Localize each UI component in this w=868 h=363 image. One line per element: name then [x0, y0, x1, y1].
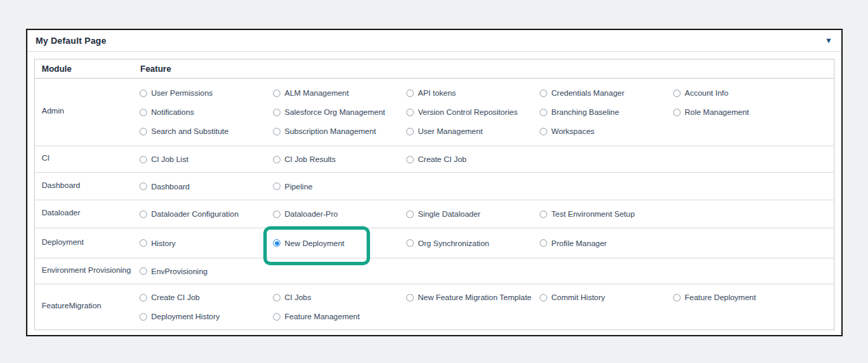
radio-button-icon[interactable] — [273, 294, 280, 301]
radio-button-icon[interactable] — [540, 239, 547, 247]
radio-button-icon[interactable] — [406, 239, 414, 247]
feature-option[interactable]: Dataloader-Pro — [270, 204, 404, 224]
feature-option[interactable]: Feature Management — [270, 307, 404, 326]
feature-label: EnvProvisioning — [151, 267, 207, 275]
radio-button-icon[interactable] — [406, 109, 414, 116]
radio-button-icon[interactable] — [540, 211, 547, 218]
panel-header: My Default Page ▼ — [27, 30, 841, 52]
table-row: Dataloader Dataloader Configuration Data… — [35, 200, 834, 228]
feature-option[interactable]: CI Job List — [137, 150, 270, 169]
radio-button-icon[interactable] — [273, 313, 280, 321]
radio-button-icon[interactable] — [140, 109, 147, 116]
feature-label: Role Management — [685, 108, 749, 116]
feature-option[interactable]: ALM Management — [270, 83, 404, 103]
feature-label: CI Job List — [151, 155, 188, 163]
feature-label: CI Jobs — [285, 293, 311, 301]
feature-option[interactable]: Dataloader Configuration — [137, 204, 270, 224]
radio-button-icon[interactable] — [273, 156, 280, 163]
feature-option[interactable]: Branching Baseline — [537, 103, 670, 122]
module-column-header: Module — [35, 64, 137, 74]
radio-button-icon[interactable] — [540, 90, 547, 97]
radio-button-icon[interactable] — [540, 294, 547, 301]
radio-button-icon[interactable] — [140, 267, 147, 275]
radio-button-icon[interactable] — [273, 109, 280, 116]
my-default-page-panel: My Default Page ▼ Module Feature Admin U… — [26, 29, 843, 336]
feature-option[interactable]: User Management — [404, 122, 537, 141]
feature-option[interactable]: Single Dataloader — [404, 204, 537, 224]
radio-button-icon[interactable] — [273, 90, 280, 97]
module-feature-table: Module Feature Admin User Permissions AL… — [34, 59, 834, 330]
feature-option[interactable]: Pipeline — [270, 177, 404, 196]
table-row: Dashboard Dashboard Pipeline — [35, 173, 834, 200]
radio-button-icon[interactable] — [406, 128, 414, 135]
feature-option[interactable]: Feature Deployment — [670, 288, 804, 307]
feature-option[interactable]: Commit History — [537, 288, 670, 307]
radio-button-icon[interactable] — [140, 128, 147, 135]
feature-label: User Permissions — [151, 89, 213, 97]
feature-label: Version Control Repositories — [418, 108, 518, 116]
radio-button-icon[interactable] — [406, 90, 414, 97]
radio-button-icon[interactable] — [673, 90, 681, 97]
feature-option[interactable]: Version Control Repositories — [404, 103, 537, 122]
radio-button-icon[interactable] — [140, 239, 147, 247]
table-row: FeatureMigration Create CI Job CI Jobs N… — [35, 284, 834, 330]
feature-label: Test Environment Setup — [551, 210, 635, 218]
feature-option[interactable]: Credentials Manager — [537, 83, 670, 103]
feature-option[interactable]: Account Info — [670, 83, 804, 103]
feature-option[interactable]: Deployment History — [137, 307, 270, 326]
feature-option[interactable]: New Feature Migration Template — [404, 288, 537, 307]
feature-option[interactable]: Search and Substitute — [137, 122, 270, 141]
module-label: Admin — [35, 79, 137, 146]
collapse-chevron-icon[interactable]: ▼ — [825, 37, 832, 44]
radio-button-icon[interactable] — [406, 156, 414, 163]
radio-button-icon[interactable] — [673, 109, 681, 116]
feature-option[interactable]: Dashboard — [137, 177, 270, 196]
feature-option[interactable]: Create CI Job — [404, 150, 537, 169]
feature-label: Deployment History — [151, 312, 220, 321]
feature-option[interactable]: Test Environment Setup — [537, 204, 670, 224]
feature-option[interactable]: CI Job Results — [270, 150, 404, 169]
feature-column-header: Feature — [137, 64, 834, 74]
feature-option[interactable]: API tokens — [404, 83, 537, 103]
feature-option[interactable]: Salesforce Org Management — [270, 103, 404, 122]
feature-option[interactable]: Profile Manager — [537, 234, 670, 253]
feature-option[interactable]: User Permissions — [137, 83, 270, 103]
radio-button-icon[interactable] — [273, 183, 280, 190]
radio-button-icon[interactable] — [273, 128, 280, 135]
feature-option[interactable]: Subscription Management — [270, 122, 404, 141]
feature-label: Salesforce Org Management — [285, 108, 385, 116]
module-label: Dashboard — [35, 173, 137, 200]
radio-button-icon[interactable] — [273, 239, 280, 247]
feature-option[interactable]: History — [137, 234, 270, 253]
feature-option[interactable]: Create CI Job — [137, 288, 270, 307]
feature-option[interactable]: Workspaces — [537, 122, 670, 141]
feature-option[interactable]: New Deployment — [270, 234, 404, 253]
radio-button-icon[interactable] — [140, 313, 147, 321]
radio-button-icon[interactable] — [140, 156, 147, 163]
feature-option[interactable]: Notifications — [137, 103, 270, 122]
radio-button-icon[interactable] — [406, 211, 414, 218]
feature-label: New Deployment — [285, 239, 345, 247]
feature-option[interactable]: Org Synchronization — [404, 234, 537, 253]
table-row: Deployment History New Deployment Org Sy… — [35, 228, 834, 258]
radio-button-icon[interactable] — [273, 211, 280, 218]
module-label: Dataloader — [35, 200, 137, 228]
feature-label: History — [151, 239, 176, 247]
radio-button-icon[interactable] — [540, 109, 547, 116]
radio-button-icon[interactable] — [140, 211, 147, 218]
radio-button-icon[interactable] — [540, 128, 547, 135]
feature-label: Branching Baseline — [551, 108, 619, 116]
feature-option[interactable]: Role Management — [670, 103, 804, 122]
feature-label: Create CI Job — [418, 155, 466, 163]
feature-label: ALM Management — [285, 89, 349, 97]
feature-option[interactable]: CI Jobs — [270, 288, 404, 307]
radio-button-icon[interactable] — [406, 294, 414, 301]
radio-button-icon[interactable] — [673, 294, 681, 301]
feature-label: Dashboard — [151, 183, 189, 191]
radio-button-icon[interactable] — [140, 294, 147, 301]
radio-button-icon[interactable] — [140, 90, 147, 97]
radio-button-icon[interactable] — [140, 183, 147, 190]
feature-option[interactable]: EnvProvisioning — [137, 262, 270, 281]
feature-label: Commit History — [551, 293, 605, 301]
table-row: CI CI Job List CI Job Results Create CI … — [35, 146, 834, 173]
